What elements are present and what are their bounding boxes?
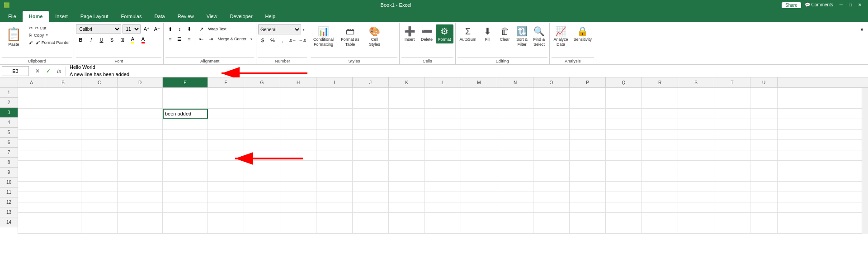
cell-h11[interactable] — [280, 192, 316, 202]
cell-h14[interactable] — [280, 223, 316, 233]
cell-i8[interactable] — [316, 161, 353, 171]
cell-u13[interactable] — [750, 213, 778, 223]
close-button[interactable]: ✕ — [855, 2, 864, 8]
font-family-select[interactable]: Calibri — [76, 24, 121, 34]
cell-h12[interactable] — [280, 202, 316, 212]
col-header-k[interactable]: K — [389, 77, 425, 87]
tab-home[interactable]: Home — [23, 11, 49, 22]
col-header-h[interactable]: H — [280, 77, 316, 87]
maximize-button[interactable]: □ — [846, 2, 854, 8]
cell-b9[interactable] — [45, 171, 81, 181]
cell-u12[interactable] — [750, 202, 778, 212]
cell-e1[interactable] — [163, 88, 208, 98]
cell-d9[interactable] — [118, 171, 163, 181]
cell-i12[interactable] — [316, 202, 353, 212]
cell-k13[interactable] — [389, 213, 425, 223]
wrap-text-button[interactable]: Wrap Text — [206, 24, 228, 34]
cell-b14[interactable] — [45, 223, 81, 233]
cell-d10[interactable] — [118, 182, 163, 192]
cell-s9[interactable] — [678, 171, 714, 181]
underline-button[interactable]: U — [97, 35, 106, 44]
tab-file[interactable]: File — [2, 11, 23, 22]
cell-p12[interactable] — [570, 202, 606, 212]
fill-button[interactable]: ⬇ Fill — [480, 24, 496, 43]
analyze-data-button[interactable]: 📈 AnalyzeData — [552, 24, 571, 48]
cell-c9[interactable] — [81, 171, 118, 181]
format-as-table-button[interactable]: 🗃 Format asTable — [338, 24, 363, 48]
cell-h13[interactable] — [280, 213, 316, 223]
cell-i6[interactable] — [316, 140, 353, 150]
cell-g10[interactable] — [244, 182, 280, 192]
cell-u14[interactable] — [750, 223, 778, 233]
cell-i2[interactable] — [316, 98, 353, 108]
indent-decrease-button[interactable]: ⇤ — [197, 34, 206, 43]
cell-j7[interactable] — [353, 150, 389, 160]
cell-m11[interactable] — [461, 192, 497, 202]
cell-f2[interactable] — [208, 98, 244, 108]
cell-d8[interactable] — [118, 161, 163, 171]
delete-button[interactable]: ➖ Delete — [419, 24, 435, 43]
cell-g3[interactable] — [244, 109, 280, 119]
cell-j14[interactable] — [353, 223, 389, 233]
cell-g11[interactable] — [244, 192, 280, 202]
cell-u6[interactable] — [750, 140, 778, 150]
cell-u3[interactable] — [750, 109, 778, 119]
cell-a13[interactable] — [18, 213, 45, 223]
cell-u8[interactable] — [750, 161, 778, 171]
cell-m8[interactable] — [461, 161, 497, 171]
cell-k5[interactable] — [389, 130, 425, 139]
cell-a2[interactable] — [18, 98, 45, 108]
cell-h7[interactable] — [280, 150, 316, 160]
cell-m3[interactable] — [461, 109, 497, 119]
cell-o5[interactable] — [533, 130, 570, 139]
font-color-button[interactable]: A — [138, 35, 147, 44]
cell-g5[interactable] — [244, 130, 280, 139]
cell-a12[interactable] — [18, 202, 45, 212]
cell-c14[interactable] — [81, 223, 118, 233]
merge-center-button[interactable]: Merge & Center — [216, 34, 248, 43]
cell-d3[interactable] — [118, 109, 163, 119]
cell-b13[interactable] — [45, 213, 81, 223]
cell-l3[interactable] — [425, 109, 461, 119]
cell-n5[interactable] — [497, 130, 533, 139]
cell-n2[interactable] — [497, 98, 533, 108]
cell-s13[interactable] — [678, 213, 714, 223]
cell-styles-button[interactable]: 🎨 CellStyles — [364, 24, 385, 48]
cell-g4[interactable] — [244, 119, 280, 129]
cell-f12[interactable] — [208, 202, 244, 212]
cell-e6[interactable] — [163, 140, 208, 150]
cell-k3[interactable] — [389, 109, 425, 119]
cell-r1[interactable] — [642, 88, 678, 98]
cell-b8[interactable] — [45, 161, 81, 171]
cell-i10[interactable] — [316, 182, 353, 192]
cell-q3[interactable] — [606, 109, 642, 119]
format-button[interactable]: ⚙ Format — [436, 24, 453, 43]
cell-o12[interactable] — [533, 202, 570, 212]
cell-c6[interactable] — [81, 140, 118, 150]
cell-f13[interactable] — [208, 213, 244, 223]
cell-p5[interactable] — [570, 130, 606, 139]
cell-k6[interactable] — [389, 140, 425, 150]
cell-e14[interactable] — [163, 223, 208, 233]
cell-s7[interactable] — [678, 150, 714, 160]
cell-f7[interactable] — [208, 150, 244, 160]
cell-c11[interactable] — [81, 192, 118, 202]
cell-q12[interactable] — [606, 202, 642, 212]
cell-r6[interactable] — [642, 140, 678, 150]
cell-l14[interactable] — [425, 223, 461, 233]
cell-l6[interactable] — [425, 140, 461, 150]
cell-s10[interactable] — [678, 182, 714, 192]
cell-k12[interactable] — [389, 202, 425, 212]
col-header-m[interactable]: M — [461, 77, 497, 87]
row-header-10[interactable]: 10 — [0, 178, 18, 187]
cell-a6[interactable] — [18, 140, 45, 150]
cell-r11[interactable] — [642, 192, 678, 202]
cell-o9[interactable] — [533, 171, 570, 181]
cell-n7[interactable] — [497, 150, 533, 160]
cell-j1[interactable] — [353, 88, 389, 98]
comma-button[interactable]: , — [278, 36, 287, 45]
cell-a9[interactable] — [18, 171, 45, 181]
col-header-j[interactable]: J — [353, 77, 389, 87]
cell-e2[interactable] — [163, 98, 208, 108]
copy-button[interactable]: ⎘ Copy ▼ — [27, 32, 72, 38]
